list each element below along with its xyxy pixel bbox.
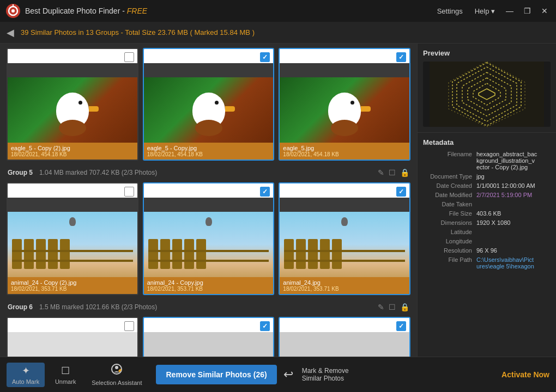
checkbox-checked[interactable] [260, 187, 270, 197]
group-info-5: 1.04 MB marked 707.42 KB (2/3 Photos) [39, 169, 378, 176]
photo-meta: 18/02/2021, 353.71 KB [11, 286, 134, 292]
group-header-6: Group 6 1.5 MB marked 1021.66 KB (2/3 Ph… [4, 301, 413, 314]
group-name-6: Group 6 [8, 303, 33, 311]
photo-name: animal_24 - Copy (2).jpg [11, 279, 134, 286]
group-select-button[interactable]: ☐ [389, 168, 396, 177]
svg-rect-4 [430, 62, 544, 127]
checkbox-checked[interactable] [260, 321, 270, 331]
checkbox-unchecked[interactable] [124, 187, 134, 197]
meta-value-doctype: jpg [476, 173, 551, 180]
checkbox-checked[interactable] [396, 187, 406, 197]
meta-key: File Size [423, 210, 472, 217]
back-button[interactable]: ◀ [7, 27, 14, 39]
meta-row-doctype: Document Type jpg [423, 173, 551, 180]
svg-point-13 [115, 366, 118, 369]
checkbox-unchecked[interactable] [124, 52, 134, 62]
meta-key: Filename [423, 151, 472, 170]
remove-similar-photos-button[interactable]: Remove Similar Photos (26) [156, 365, 276, 384]
summary-text: 39 Similar Photos in 13 Groups - Total S… [21, 28, 255, 36]
group-lock-button[interactable]: 🔒 [400, 168, 409, 177]
metadata-section: Metadata Filename hexagon_abstract_backg… [418, 133, 556, 357]
photo-blank-top [8, 183, 137, 198]
photo-card[interactable] [143, 317, 275, 357]
preview-image [423, 62, 551, 127]
group-edit-button[interactable]: ✎ [378, 168, 384, 177]
group-lock-button[interactable]: 🔒 [400, 303, 409, 311]
group-edit-button[interactable]: ✎ [378, 303, 384, 311]
photo-card[interactable] [279, 317, 410, 357]
photo-checkbox[interactable] [396, 187, 406, 197]
meta-value-datemodified: 2/7/2021 5:19:00 PM [476, 192, 551, 198]
photo-meta: 18/02/2021, 454.18 KB [283, 151, 406, 157]
photo-image-eagle [8, 77, 137, 143]
meta-key: Date Taken [423, 201, 472, 207]
close-button[interactable]: ✕ [539, 5, 551, 17]
photo-row-4: eagle_5 - Copy (2).jpg 18/02/2021, 454.1… [4, 48, 413, 161]
mark-remove-line2: Similar Photos [302, 375, 349, 382]
photo-card[interactable]: eagle_5 - Copy.jpg 18/02/2021, 454.18 KB [143, 48, 275, 161]
photo-blank-top [8, 49, 137, 63]
photo-checkbox[interactable] [396, 52, 406, 62]
meta-row-filesize: File Size 403.6 KB [423, 210, 551, 217]
group-actions-5: ✎ ☐ 🔒 [378, 168, 409, 177]
photo-checkbox[interactable] [396, 321, 406, 331]
meta-row-longitude: Longitude [423, 238, 551, 244]
meta-row-datemodified: Date Modified 2/7/2021 5:19:00 PM [423, 192, 551, 198]
checkbox-checked[interactable] [396, 321, 406, 331]
unmark-label: Unmark [55, 378, 76, 385]
help-button[interactable]: Help ▾ [472, 6, 498, 16]
unmark-tool[interactable]: ☐ Unmark [49, 363, 82, 387]
photo-blank-top [280, 49, 409, 63]
photo-checkbox[interactable] [260, 52, 270, 62]
meta-row-latitude: Latitude [423, 229, 551, 235]
maximize-button[interactable]: ❐ [521, 5, 533, 17]
photo-name: animal_24 - Copy.jpg [147, 279, 270, 286]
meta-row-filepath: File Path C:\Users\vaibhav\Pictures\eagl… [423, 256, 551, 270]
selection-assistant-label: Selection Assistant [92, 379, 142, 386]
selection-assistant-tool[interactable]: Selection Assistant [86, 361, 147, 388]
checkbox-checked[interactable] [260, 52, 270, 62]
group-select-button[interactable]: ☐ [389, 303, 396, 311]
settings-button[interactable]: Settings [434, 6, 466, 16]
meta-value-dimensions: 1920 X 1080 [476, 219, 551, 226]
automark-icon: ✦ [22, 365, 30, 377]
meta-row-datetaken: Date Taken [423, 201, 551, 207]
photo-card[interactable]: eagle_5 - Copy (2).jpg 18/02/2021, 454.1… [7, 48, 138, 161]
photo-card[interactable]: animal_24.jpg 18/02/2021, 353.71 KB [279, 182, 410, 295]
mark-remove-label-container: Mark & Remove Similar Photos [302, 367, 349, 382]
photo-info: animal_24.jpg 18/02/2021, 353.71 KB [280, 277, 409, 294]
checkbox-unchecked[interactable] [124, 321, 134, 331]
photo-checkbox[interactable] [124, 321, 134, 331]
meta-key: Date Created [423, 182, 472, 189]
minimize-button[interactable]: — [504, 5, 516, 17]
meta-value-filepath[interactable]: C:\Users\vaibhav\Pictures\eagle 5\hexago… [476, 256, 551, 270]
right-panel: Preview Metadata [417, 44, 556, 357]
left-panel[interactable]: eagle_5 - Copy (2).jpg 18/02/2021, 454.1… [0, 44, 417, 357]
photo-info: animal_24 - Copy.jpg 18/02/2021, 353.71 … [144, 277, 274, 294]
meta-key: Resolution [423, 247, 472, 254]
photo-checkbox[interactable] [124, 187, 134, 197]
group-container-4: eagle_5 - Copy (2).jpg 18/02/2021, 454.1… [4, 48, 413, 161]
photo-card[interactable] [7, 317, 138, 357]
svg-point-2 [11, 9, 15, 13]
photo-name: eagle_5 - Copy (2).jpg [11, 145, 134, 151]
photo-card[interactable]: animal_24 - Copy.jpg 18/02/2021, 353.71 … [143, 182, 275, 295]
app-logo-icon [5, 3, 21, 19]
meta-key: Longitude [423, 238, 472, 244]
activate-area: Activate Now [501, 370, 549, 379]
photo-card[interactable]: animal_24 - Copy (2).jpg 18/02/2021, 353… [7, 182, 138, 295]
group-container-6: Group 6 1.5 MB marked 1021.66 KB (2/3 Ph… [4, 301, 413, 357]
checkbox-checked[interactable] [396, 52, 406, 62]
photo-card[interactable]: eagle_5.jpg 18/02/2021, 454.18 KB [279, 48, 410, 161]
automark-tool[interactable]: ✦ Auto Mark [7, 363, 45, 387]
activate-now-button[interactable]: Activate Now [501, 370, 549, 379]
meta-key: Document Type [423, 173, 472, 180]
photo-checkbox[interactable] [260, 187, 270, 197]
photo-info: eagle_5 - Copy (2).jpg 18/02/2021, 454.1… [8, 143, 137, 160]
group-actions-6: ✎ ☐ 🔒 [378, 303, 409, 311]
photo-row-6 [4, 317, 413, 357]
photo-checkbox[interactable] [260, 321, 270, 331]
meta-row-dimensions: Dimensions 1920 X 1080 [423, 219, 551, 226]
photo-checkbox[interactable] [124, 52, 134, 62]
photo-name: animal_24.jpg [283, 279, 406, 286]
